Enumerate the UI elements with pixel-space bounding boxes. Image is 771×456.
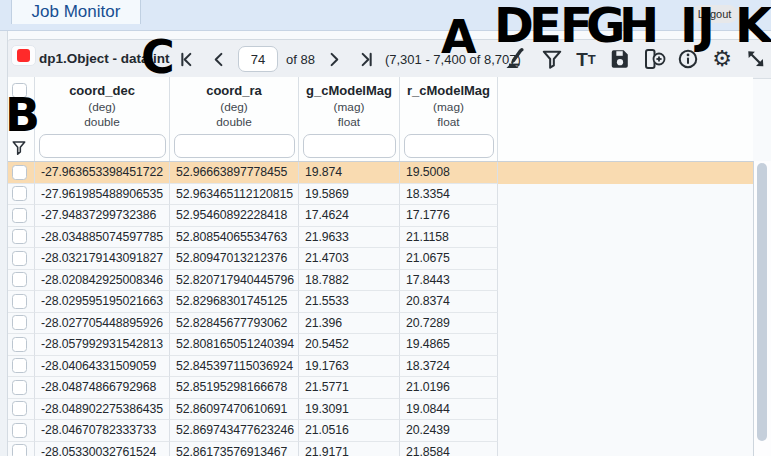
cell-coord-dec: -28.04670782333733 — [35, 420, 170, 442]
column-header-g-cmodelmag[interactable]: g_cModelMag (mag) float — [299, 77, 400, 161]
cell-coord-ra: 52.82968301745125 — [170, 291, 299, 313]
annotation-letter-j: J — [697, 1, 715, 49]
row-checkbox[interactable] — [12, 423, 27, 438]
table-row[interactable]: -28.04874866792968 52.85195298166678 21.… — [8, 377, 753, 399]
annotation-letter-k: K — [735, 1, 771, 49]
last-page-button[interactable] — [357, 50, 375, 68]
row-checkbox[interactable] — [12, 229, 27, 244]
cell-coord-dec: -28.034885074597785 — [35, 227, 170, 249]
cell-coord-ra: 52.808165051240394 — [170, 334, 299, 356]
table-row[interactable]: -28.029595195021663 52.82968301745125 21… — [8, 291, 753, 313]
row-checkbox[interactable] — [12, 208, 27, 223]
cell-r-cmodelmag: 19.4865 — [400, 334, 498, 356]
cell-g-cmodelmag: 17.4624 — [299, 205, 400, 227]
annotation-letter-i: I — [680, 1, 698, 49]
cell-coord-dec: -27.963653398451722 — [35, 162, 170, 184]
cell-coord-ra: 52.82845677793062 — [170, 313, 299, 335]
annotation-letter-h: H — [619, 1, 659, 49]
table-status-indicator — [17, 49, 30, 62]
cell-g-cmodelmag: 19.874 — [299, 162, 400, 184]
cell-r-cmodelmag: 21.8584 — [400, 442, 498, 456]
cell-g-cmodelmag: 21.5533 — [299, 291, 400, 313]
active-table-chip[interactable] — [11, 45, 36, 66]
table-row[interactable]: -27.94837299732386 52.95460892228418 17.… — [8, 205, 753, 227]
table-row[interactable]: -28.027705448895926 52.82845677793062 21… — [8, 313, 753, 335]
table-row[interactable]: -28.04064331509059 52.845397115036924 19… — [8, 356, 753, 378]
table-row[interactable]: -27.961985488906535 52.963465112120815 1… — [8, 184, 753, 206]
column-header-r-cmodelmag[interactable]: r_cModelMag (mag) float — [400, 77, 498, 161]
cell-coord-ra: 52.86173576913467 — [170, 442, 299, 456]
page-number-input[interactable] — [238, 46, 278, 72]
row-checkbox[interactable] — [12, 358, 27, 373]
cell-r-cmodelmag: 20.7289 — [400, 313, 498, 335]
table-row[interactable]: -28.04670782333733 52.869743477623246 21… — [8, 420, 753, 442]
cell-r-cmodelmag: 18.3354 — [400, 184, 498, 206]
tab-job-monitor-label: Job Monitor — [32, 2, 121, 22]
cell-coord-ra: 52.80947013212376 — [170, 248, 299, 270]
table-body: -27.963653398451722 52.96663897778455 19… — [8, 162, 753, 456]
first-page-button[interactable] — [178, 50, 196, 68]
chevron-left-icon — [212, 52, 227, 67]
cell-r-cmodelmag: 20.8374 — [400, 291, 498, 313]
table-row[interactable]: -27.963653398451722 52.96663897778455 19… — [8, 162, 753, 184]
annotation-letter-e: E — [529, 1, 562, 49]
cell-coord-dec: -28.05330032761524 — [35, 442, 170, 456]
table-row[interactable]: -28.034885074597785 52.80854065534763 21… — [8, 227, 753, 249]
filter-input-coord-ra[interactable] — [174, 134, 295, 158]
table-row[interactable]: -28.020842925008346 52.820717940445796 1… — [8, 270, 753, 292]
table-row[interactable]: -28.05330032761524 52.86173576913467 21.… — [8, 442, 753, 456]
row-checkbox[interactable] — [12, 315, 27, 330]
tab-job-monitor[interactable]: Job Monitor — [11, 0, 141, 24]
cell-g-cmodelmag: 21.5771 — [299, 377, 400, 399]
table-row[interactable]: -28.048902275386435 52.86097470610691 19… — [8, 399, 753, 421]
row-checkbox[interactable] — [12, 401, 27, 416]
cell-coord-ra: 52.85195298166678 — [170, 377, 299, 399]
row-checkbox[interactable] — [12, 272, 27, 287]
filter-input-coord-dec[interactable] — [39, 134, 166, 158]
cell-coord-dec: -28.032179143091827 — [35, 248, 170, 270]
cell-r-cmodelmag: 21.1158 — [400, 227, 498, 249]
row-checkbox[interactable] — [12, 186, 27, 201]
row-checkbox[interactable] — [12, 294, 27, 309]
cell-coord-ra: 52.80854065534763 — [170, 227, 299, 249]
filter-input-g-cmodelmag[interactable] — [303, 134, 396, 158]
column-header-coord-dec[interactable]: coord_dec (deg) double — [35, 77, 170, 161]
row-checkbox[interactable] — [12, 380, 27, 395]
row-checkbox[interactable] — [12, 165, 27, 180]
cell-g-cmodelmag: 21.9633 — [299, 227, 400, 249]
row-checkbox[interactable] — [12, 337, 27, 352]
cell-r-cmodelmag: 17.1776 — [400, 205, 498, 227]
annotation-letter-d: D — [494, 1, 534, 49]
last-page-icon — [358, 52, 373, 67]
first-page-icon — [180, 52, 195, 67]
cell-r-cmodelmag: 20.2439 — [400, 420, 498, 442]
cell-coord-ra: 52.963465112120815 — [170, 184, 299, 206]
cell-coord-dec: -27.94837299732386 — [35, 205, 170, 227]
table-row[interactable]: -28.032179143091827 52.80947013212376 21… — [8, 248, 753, 270]
cell-coord-dec: -28.027705448895926 — [35, 313, 170, 335]
cell-coord-dec: -28.04874866792968 — [35, 377, 170, 399]
previous-page-button[interactable] — [210, 50, 228, 68]
cell-coord-dec: -28.04064331509059 — [35, 356, 170, 378]
cell-g-cmodelmag: 19.3091 — [299, 399, 400, 421]
filter-input-r-cmodelmag[interactable] — [404, 134, 494, 158]
row-checkbox[interactable] — [12, 251, 27, 266]
next-page-button[interactable] — [325, 50, 343, 68]
cell-coord-ra: 52.845397115036924 — [170, 356, 299, 378]
cell-g-cmodelmag: 18.7882 — [299, 270, 400, 292]
annotation-letter-a: A — [441, 14, 477, 60]
vertical-scrollbar-thumb[interactable] — [757, 163, 767, 441]
cell-r-cmodelmag: 18.3724 — [400, 356, 498, 378]
cell-r-cmodelmag: 19.0844 — [400, 399, 498, 421]
cell-g-cmodelmag: 19.1763 — [299, 356, 400, 378]
column-header-coord-ra[interactable]: coord_ra (deg) double — [170, 77, 299, 161]
annotation-letter-b: B — [5, 92, 40, 138]
table-row[interactable]: -28.057992931542813 52.808165051240394 2… — [8, 334, 753, 356]
cell-coord-dec: -27.961985488906535 — [35, 184, 170, 206]
row-checkbox[interactable] — [12, 444, 27, 456]
chevron-right-icon — [326, 52, 341, 67]
cell-r-cmodelmag: 19.5008 — [400, 162, 498, 184]
table-header: coord_dec (deg) double coord_ra (deg) do… — [8, 77, 753, 162]
cell-coord-ra: 52.96663897778455 — [170, 162, 299, 184]
filter-row-icon[interactable] — [12, 140, 26, 157]
